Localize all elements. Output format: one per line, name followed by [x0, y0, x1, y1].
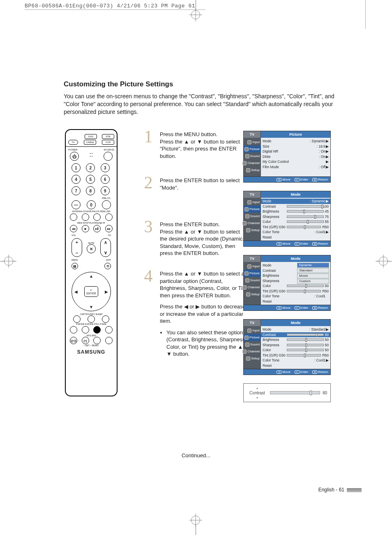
page-title: Customizing the Picture Settings	[64, 80, 347, 88]
osd-side-input: Input	[244, 263, 261, 270]
osd-side-setup: Setup	[244, 355, 261, 362]
osd-row: My Color Control▶	[263, 159, 329, 164]
mode-dropdown: DynamicStandardMovieCustom	[297, 262, 329, 284]
osd-side-icon	[242, 350, 247, 354]
enter-icon: ↵	[295, 306, 300, 310]
menu-label: MENU	[71, 259, 78, 261]
return-icon: Ⅲ	[312, 306, 317, 310]
osd-row: Color Tone: Cool1	[263, 294, 329, 299]
osd-row: Tint (G/R) G50R50	[263, 225, 329, 230]
osd-side-channel: Channel	[244, 348, 261, 355]
osd-side-icon	[245, 214, 249, 218]
still-button	[93, 326, 101, 334]
osd-tv-label: TV	[244, 255, 261, 262]
osd-side-channel: Channel	[244, 284, 261, 291]
osd-side-picture: Picture	[244, 270, 261, 277]
enter-icon: ↵	[295, 371, 300, 374]
osd-row: Reset	[263, 363, 329, 368]
registration-mark	[191, 516, 200, 525]
num-3: 3	[101, 163, 110, 172]
slider-bar	[287, 215, 324, 218]
osd-footer: ⇅Move ↵Enter ⅢReturn	[244, 305, 330, 310]
favch-button	[93, 213, 101, 221]
step-number: 1	[142, 129, 155, 145]
num-8: 8	[86, 186, 95, 195]
move-icon: ⇅	[277, 371, 281, 374]
tint-bar	[287, 226, 321, 228]
osd-title: Mode	[261, 255, 330, 262]
remote-cable-button: CABLE	[84, 140, 96, 145]
enter-icon: ↵	[295, 178, 300, 181]
osd-row: Contrast80	[261, 332, 330, 338]
mode-option: Dynamic	[297, 263, 329, 268]
num-6: 6	[101, 175, 110, 184]
step-text: Press the ENTER button. Press the ▲ or ▼…	[160, 221, 246, 257]
mode-option: Movie	[297, 273, 329, 278]
move-icon: ⇅	[277, 242, 281, 245]
ch-label: CH	[108, 234, 111, 236]
osd-side-icon	[247, 264, 251, 269]
osd-side-sound: Sound	[244, 341, 261, 348]
osd-side-sound: Sound	[244, 213, 261, 220]
step-bullet: You can also select these options (Contr…	[166, 329, 250, 358]
menu-button: ▤	[71, 263, 78, 269]
osd-row: Mode: Dynamic▶	[261, 199, 330, 204]
mute-label: MUTE	[87, 242, 96, 244]
remote-stb-button: STB	[102, 134, 114, 139]
osd-row: Reset	[263, 235, 329, 240]
osd-row: DNIe: On▶	[263, 154, 329, 160]
osd-row: Size: 16:9▶	[263, 144, 329, 149]
osd-row: Digital NR: On▶	[263, 149, 329, 154]
slider-bar	[287, 344, 324, 346]
osd-row: Contrast100	[263, 204, 329, 209]
remote-tv-button: TV	[68, 140, 78, 145]
play-button: ▸Ⅱ	[93, 225, 101, 232]
antenna-button	[70, 213, 77, 221]
row-antenna-labels: ANTENNA CH MGR FAV.CH WISE LINK	[68, 210, 114, 213]
down-arrow-icon: ▼	[89, 305, 93, 309]
osd-side-icon	[244, 336, 249, 340]
channel-rocker: ∧∨	[100, 238, 111, 257]
footer-bar-icon	[347, 488, 362, 492]
osd-row: Sharpness50	[263, 343, 329, 348]
slider-bar	[287, 334, 324, 336]
osd-side-channel: Channel	[244, 220, 261, 227]
osd-side-picture: Picture	[244, 146, 261, 153]
return-icon: Ⅲ	[312, 178, 317, 181]
rew-button: ◂◂	[70, 225, 77, 232]
osd-row: Color55	[263, 219, 329, 225]
extra-button-1	[93, 337, 101, 344]
osd-side-input: Input	[244, 327, 261, 334]
osd-side-input: Input	[244, 139, 261, 146]
osd-row: Mode: Dynamic▶	[263, 139, 329, 144]
contrast-bar	[270, 391, 320, 394]
set-reset-labels: ○ SET ○ RESET	[68, 344, 114, 347]
brand-logo: SAMSUNG	[68, 349, 114, 355]
slider-bar	[287, 205, 322, 208]
osd-panel: TVPicture InputPictureSoundChannelSetupM…	[243, 131, 331, 183]
source-label: SOURCE	[104, 148, 114, 151]
osd-side-icon	[244, 271, 249, 276]
tint-bar	[287, 290, 321, 292]
num-0: 0	[87, 200, 96, 209]
osd-side-setup: Setup	[244, 227, 261, 234]
osd-tv-label: TV	[244, 191, 261, 198]
osd-row: Film Mode: Off▶	[263, 164, 329, 170]
osd-side-icon	[242, 161, 247, 165]
osd-row: Tint (G/R) G50R50	[263, 289, 329, 294]
stop-button: ■	[82, 225, 89, 232]
num-4: 4	[71, 175, 81, 184]
left-arrow-icon: ◀	[74, 290, 78, 294]
print-header: BP68-00586A-01Eng(060~073) 4/21/06 5:23 …	[25, 3, 195, 9]
osd-row: Color Tone: Cool1▶	[263, 229, 329, 235]
osd-side-setup: Setup	[244, 291, 261, 298]
osd-row: Sharpness75	[263, 214, 329, 220]
osd-side-icon	[242, 221, 247, 225]
osd-side-icon	[247, 200, 251, 204]
step-text: Press the ▲ or ▼ button to select a part…	[160, 270, 250, 299]
osd-side-picture: Picture	[244, 206, 261, 213]
srs-button: (•)	[82, 337, 89, 344]
sleep-button	[102, 315, 109, 323]
psize-button	[105, 326, 113, 334]
osd-side-icon	[244, 207, 249, 211]
